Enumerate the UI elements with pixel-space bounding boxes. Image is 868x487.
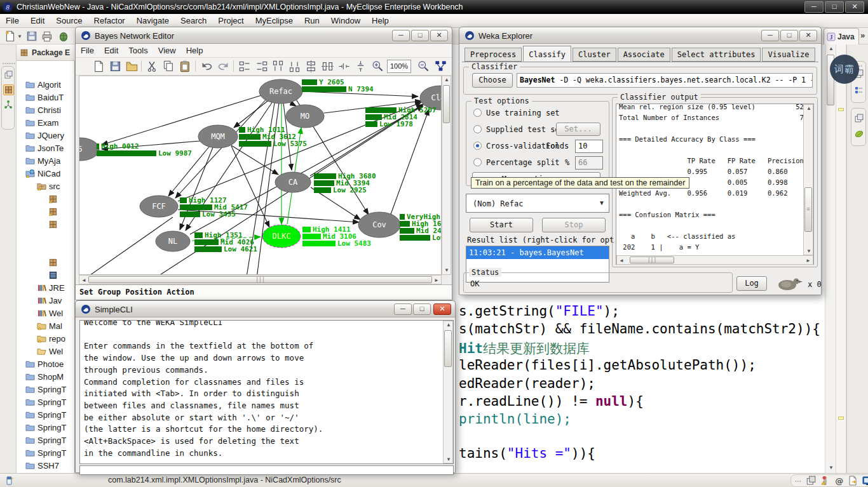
save-icon[interactable] [109,60,122,73]
undo-icon[interactable] [200,60,214,73]
tree-item-src[interactable]: src [37,180,60,192]
menu-navigate[interactable]: Navigate [131,14,175,27]
menu-run[interactable]: Run [299,14,325,27]
tab-preprocess[interactable]: Preprocess [465,48,522,62]
debug-icon[interactable] [57,30,70,43]
classifier-command[interactable]: BayesNet -D -Q weka.classifiers.bayes.ne… [517,73,813,88]
menu-project[interactable]: Project [212,14,249,27]
bayes-menu-tools[interactable]: Tools [123,44,153,57]
tree-item-repo[interactable]: repo [37,333,65,344]
tree-item-algorit[interactable]: Algorit [25,79,61,90]
package-explorer-header[interactable]: Package E [17,44,75,61]
menu-search[interactable]: Search [175,14,212,27]
restore-view-icon[interactable] [4,70,13,79]
weka-titlebar[interactable]: Weka Explorer ─ □ ✕ [459,27,821,44]
layout-network-icon[interactable] [434,60,447,73]
use-training-set-radio[interactable] [473,109,482,117]
tree-item-springt[interactable]: SpringT [25,422,67,433]
bayes-menu-edit[interactable]: Edit [99,44,123,57]
occurrence-marker[interactable] [838,108,844,111]
menu-edit[interactable]: Edit [25,14,50,27]
supplied-test-set-radio[interactable] [473,125,482,133]
export-file-icon[interactable] [848,476,858,486]
simplecli-output-pane[interactable]: Welcome to the WEKA SimpleCLI Enter comm… [79,320,454,464]
space-horizontal-icon[interactable] [337,60,351,73]
close-button[interactable]: ✕ [433,304,451,315]
tree-item-nicad[interactable]: NiCad [25,168,60,179]
tree-item-wel[interactable]: Wel [37,307,63,319]
stop-button[interactable]: Stop [542,218,606,232]
close-button[interactable]: ✕ [845,1,864,13]
class-attribute-combo[interactable]: (Nom) Refac ▼ [466,194,609,213]
redo-icon[interactable] [217,60,230,73]
scroll-thumb[interactable]: ||| [630,257,674,264]
menu-file[interactable]: File [0,14,25,27]
minimize-button[interactable]: ─ [761,30,779,41]
graph-vscrollbar[interactable]: ▲ ▼ [442,76,451,275]
tab-associate[interactable]: Associate [618,48,670,62]
close-button[interactable]: ✕ [430,30,448,41]
scroll-thumb[interactable]: ≡ [804,187,812,232]
tree-item-myaja[interactable]: MyAja [25,155,60,166]
tab-visualize[interactable]: Visualize [762,48,815,62]
tab-select-attributes[interactable]: Select attributes [672,48,761,62]
restore-view-icon[interactable] [854,114,864,123]
tree-item-baidut[interactable]: BaiduT [25,91,64,103]
simplecli-command-input[interactable] [79,465,454,475]
scroll-down-icon[interactable]: ▼ [829,465,834,470]
maximize-button[interactable]: □ [780,30,798,41]
tree-item-springt[interactable]: SpringT [25,409,67,420]
menu-window[interactable]: Window [325,14,366,27]
tab-cluster[interactable]: Cluster [573,48,616,62]
print-icon[interactable] [41,30,53,43]
editor-scrollbar[interactable]: ▲ ▼ [825,44,836,473]
scroll-right-icon[interactable]: ► [806,258,811,264]
tree-item-springt[interactable]: SpringT [25,447,67,458]
tree-item-jquery[interactable]: JQuery [25,130,64,141]
align-top-icon[interactable] [271,60,285,73]
scroll-left-icon[interactable]: ◄ [619,258,624,264]
menu-myeclipse[interactable]: MyEclipse [250,14,299,27]
scroll-left-icon[interactable]: ◄ [81,277,86,283]
cut-icon[interactable] [146,60,159,73]
space-vertical-icon[interactable] [354,60,367,73]
scroll-down-icon[interactable]: ▼ [806,248,811,254]
align-right-icon[interactable] [255,60,268,73]
menu-refactor[interactable]: Refactor [88,14,131,27]
zoom-in-icon[interactable] [370,60,384,73]
tree-item-springt[interactable]: SpringT [25,396,67,408]
scroll-down-icon[interactable]: ▼ [444,267,449,273]
new-icon[interactable] [92,60,105,73]
scroll-thumb[interactable] [443,85,450,123]
powerword-overlay-badge[interactable]: 词霸 [830,55,859,84]
minimize-button[interactable]: ─ [394,304,412,315]
minimize-button[interactable]: ─ [392,30,410,41]
scroll-down-icon[interactable]: ▼ [446,457,451,462]
console-icon[interactable] [862,476,868,486]
new-wizard-icon[interactable] [4,30,17,43]
scroll-up-icon[interactable]: ▲ [829,46,834,51]
tree-item-jav[interactable]: Jav [37,295,62,306]
type-hierarchy-icon[interactable] [4,100,13,110]
bayes-graph-canvas[interactable]: 5RefacClasMOMQMCAFCFNLDLKCCov High 0012L… [79,76,442,275]
tab-classify[interactable]: Classify [523,46,571,62]
tree-item[interactable] [48,257,60,268]
tree-item-photoe[interactable]: Photoe [25,358,64,370]
tree-item-christi[interactable]: Christi [25,104,61,116]
myeclipse-leaf-icon[interactable] [854,129,864,139]
bayes-menu-help[interactable]: Help [181,44,208,57]
center-vertical-icon[interactable] [321,60,334,73]
tree-item-ssh7[interactable]: SSH7 [25,460,59,471]
dropdown-arrow-icon[interactable]: ▼ [17,34,22,39]
output-vscrollbar[interactable]: ▲ ≡ ▼ [803,104,813,255]
set-test-button[interactable]: Set... [556,123,600,136]
scroll-thumb[interactable]: ||| [88,276,432,283]
tree-item[interactable] [48,269,60,281]
tree-item-jsonte[interactable]: JsonTe [25,142,64,154]
at-sign-icon[interactable]: @ [835,476,843,486]
overview-ruler[interactable] [836,44,846,473]
perspective-more-icon[interactable]: » [860,30,865,40]
open-icon[interactable] [125,60,139,73]
scroll-up-icon[interactable]: ▲ [806,105,811,111]
simplecli-titlebar[interactable]: SimpleCLI ─ □ ✕ [76,301,455,317]
